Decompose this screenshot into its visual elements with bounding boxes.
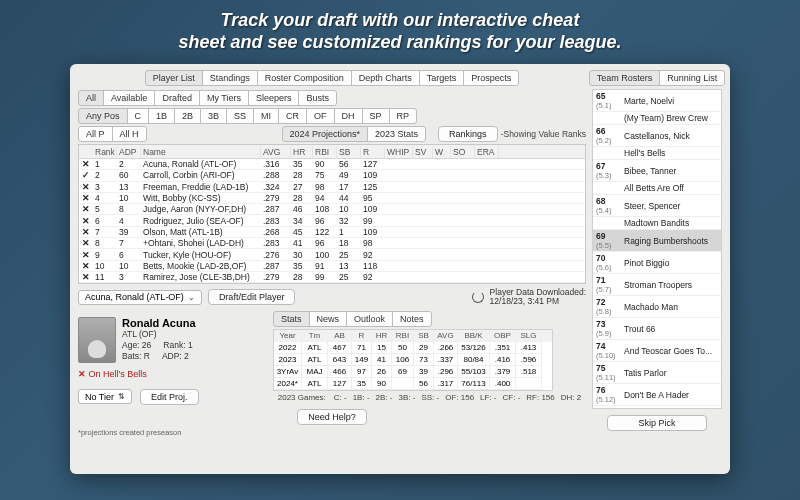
pos-cr[interactable]: CR bbox=[278, 108, 307, 124]
player-row[interactable]: ✓260Carroll, Corbin (ARI-OF).28828754910… bbox=[79, 170, 585, 181]
roster-row[interactable]: Hell's Bells bbox=[593, 147, 721, 160]
detail-tab-outlook[interactable]: Outlook bbox=[346, 311, 393, 327]
skip-pick-button[interactable]: Skip Pick bbox=[607, 415, 707, 431]
top-tab-roster-composition[interactable]: Roster Composition bbox=[257, 70, 352, 86]
col-whip[interactable]: WHIP bbox=[385, 146, 413, 158]
player-row[interactable]: ✕1010Betts, Mookie (LAD-2B,OF).287359113… bbox=[79, 261, 585, 272]
roster-row[interactable]: 75(5.11)Tatis Parlor bbox=[593, 362, 721, 384]
col-avg[interactable]: AVG bbox=[261, 146, 291, 158]
pos-rp[interactable]: RP bbox=[389, 108, 418, 124]
col-name[interactable]: Name bbox=[141, 146, 261, 158]
player-row[interactable]: ✕739Olson, Matt (ATL-1B).268451221109 bbox=[79, 227, 585, 238]
roster-row[interactable]: 68(5.4)Steer, Spencer bbox=[593, 195, 721, 217]
x-icon: ✕ bbox=[79, 159, 93, 169]
stat-col-tm: Tm bbox=[302, 330, 328, 342]
top-tab-targets[interactable]: Targets bbox=[419, 70, 465, 86]
col-sb[interactable]: SB bbox=[337, 146, 361, 158]
player-row[interactable]: ✕64Rodriguez, Julio (SEA-OF).28334963299 bbox=[79, 215, 585, 226]
detail-tab-notes[interactable]: Notes bbox=[392, 311, 432, 327]
top-tab-player-list[interactable]: Player List bbox=[145, 70, 203, 86]
filter-my-tiers[interactable]: My Tiers bbox=[199, 90, 249, 106]
player-row[interactable]: ✕87+Ohtani, Shohei (LAD-DH).28341961898 bbox=[79, 238, 585, 249]
player-row[interactable]: ✕58Judge, Aaron (NYY-OF,DH).287461081010… bbox=[79, 204, 585, 215]
pos-1b[interactable]: 1B bbox=[148, 108, 175, 124]
x-icon: ✕ bbox=[79, 216, 93, 226]
x-icon: ✕ bbox=[79, 204, 93, 214]
need-help-button[interactable]: Need Help? bbox=[297, 409, 367, 425]
col-w[interactable]: W bbox=[433, 146, 451, 158]
filter-sleepers[interactable]: Sleepers bbox=[248, 90, 300, 106]
roster-row[interactable]: 67(5.3)Bibee, Tanner bbox=[593, 160, 721, 182]
filter-all[interactable]: All bbox=[78, 90, 104, 106]
col-rank[interactable]: Rank bbox=[93, 146, 117, 158]
roster-row[interactable]: Madtown Bandits bbox=[593, 217, 721, 230]
roster-row[interactable]: 66(5.2)Castellanos, Nick bbox=[593, 125, 721, 147]
pos-sp[interactable]: SP bbox=[362, 108, 390, 124]
player-row[interactable]: ✕410Witt, Bobby (KC-SS).27928944495 bbox=[79, 193, 585, 204]
top-tab-prospects[interactable]: Prospects bbox=[463, 70, 519, 86]
stat-col-rbi: RBI bbox=[392, 330, 414, 342]
roster-row[interactable]: (My Team) Brew Crew bbox=[593, 112, 721, 125]
roster-row[interactable]: 72(5.8)Machado Man bbox=[593, 296, 721, 318]
scope-all-h[interactable]: All H bbox=[112, 126, 147, 142]
tier-dropdown[interactable]: No Tier ⇅ bbox=[78, 389, 132, 404]
filter-busts[interactable]: Busts bbox=[298, 90, 337, 106]
col-adp[interactable]: ADP bbox=[117, 146, 141, 158]
pos-ss[interactable]: SS bbox=[226, 108, 254, 124]
roster-row[interactable]: 74(5.10)And Teoscar Goes To... bbox=[593, 340, 721, 362]
pos-any-pos[interactable]: Any Pos bbox=[78, 108, 128, 124]
player-row[interactable]: ✕96Tucker, Kyle (HOU-OF).276301002592 bbox=[79, 249, 585, 260]
roster-row[interactable]: 73(5.9)Trout 66 bbox=[593, 318, 721, 340]
roster-row[interactable]: 76(5.12)Don't Be A Hader bbox=[593, 384, 721, 406]
pos-games-item: DH: 2 bbox=[561, 393, 581, 402]
pos-3b[interactable]: 3B bbox=[200, 108, 227, 124]
pos-of[interactable]: OF bbox=[306, 108, 335, 124]
pos-games-item: 1B: - bbox=[353, 393, 370, 402]
edit-projection-button[interactable]: Edit Proj. bbox=[140, 389, 199, 405]
rankings-button[interactable]: Rankings bbox=[438, 126, 498, 142]
stat-col-slg: SLG bbox=[516, 330, 542, 342]
roster-row[interactable]: All Betts Are Off bbox=[593, 182, 721, 195]
x-icon: ✕ bbox=[79, 272, 93, 282]
detail-tab-news[interactable]: News bbox=[309, 311, 348, 327]
player-row[interactable]: ✕12Acuna, Ronald (ATL-OF).316359056127 bbox=[79, 159, 585, 170]
roster-row[interactable]: 65(5.1)Marte, Noelvi bbox=[593, 90, 721, 112]
roster-row[interactable]: 69(5.5)Raging Bumbershoots bbox=[593, 230, 721, 252]
col-hr[interactable]: HR bbox=[291, 146, 313, 158]
games-label: 2023 Games: bbox=[278, 393, 326, 402]
top-tab-standings[interactable]: Standings bbox=[202, 70, 258, 86]
stat-row: 3YrAvMAJ46697266939.29655/103.379.518 bbox=[274, 366, 552, 378]
col-rbi[interactable]: RBI bbox=[313, 146, 337, 158]
top-tab-depth-charts[interactable]: Depth Charts bbox=[351, 70, 420, 86]
roster-row[interactable]: 70(5.6)Pinot Biggio bbox=[593, 252, 721, 274]
player-row[interactable]: ✕313Freeman, Freddie (LAD-1B).3242798171… bbox=[79, 182, 585, 193]
stat-col-bbk: BB/K bbox=[458, 330, 490, 342]
player-adp: ADP: 2 bbox=[162, 351, 189, 362]
col-so[interactable]: SO bbox=[451, 146, 475, 158]
proj-0[interactable]: 2024 Projections* bbox=[282, 126, 369, 142]
side-tab-running-list[interactable]: Running List bbox=[659, 70, 725, 86]
roster-row[interactable]: 71(5.7)Stroman Troopers bbox=[593, 274, 721, 296]
reload-icon[interactable] bbox=[472, 291, 484, 303]
player-row[interactable]: ✕113Ramirez, Jose (CLE-3B,DH).2792899259… bbox=[79, 272, 585, 283]
pos-mi[interactable]: MI bbox=[253, 108, 279, 124]
stat-col-obp: OBP bbox=[490, 330, 516, 342]
side-tab-team-rosters[interactable]: Team Rosters bbox=[589, 70, 661, 86]
filter-available[interactable]: Available bbox=[103, 90, 155, 106]
scope-all-p[interactable]: All P bbox=[78, 126, 113, 142]
pos-c[interactable]: C bbox=[127, 108, 150, 124]
detail-tab-stats[interactable]: Stats bbox=[273, 311, 310, 327]
col-r[interactable]: R bbox=[361, 146, 385, 158]
filter-drafted[interactable]: Drafted bbox=[154, 90, 200, 106]
player-team-pos: ATL (OF) bbox=[122, 329, 196, 340]
col-era[interactable]: ERA bbox=[475, 146, 499, 158]
col-mark[interactable] bbox=[79, 151, 93, 153]
selected-player-dropdown[interactable]: Acuna, Ronald (ATL-OF) ⌄ bbox=[78, 290, 202, 305]
proj-1[interactable]: 2023 Stats bbox=[367, 126, 426, 142]
pos-2b[interactable]: 2B bbox=[174, 108, 201, 124]
hero-line-1: Track your draft with our interactive ch… bbox=[40, 10, 760, 32]
pos-dh[interactable]: DH bbox=[334, 108, 363, 124]
col-sv[interactable]: SV bbox=[413, 146, 433, 158]
draft-edit-button[interactable]: Draft/Edit Player bbox=[208, 289, 296, 305]
x-icon: ✕ bbox=[79, 193, 93, 203]
